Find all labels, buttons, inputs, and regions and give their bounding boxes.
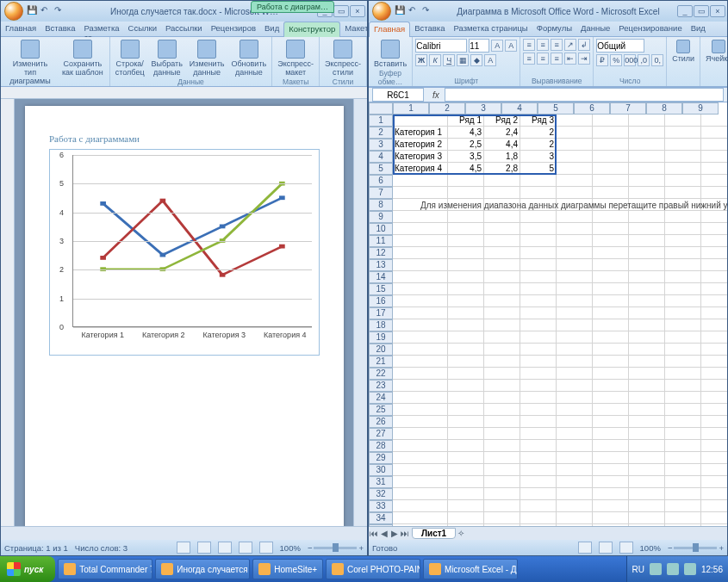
- cell[interactable]: [557, 295, 593, 307]
- shrink-font-icon[interactable]: A: [505, 40, 517, 52]
- cell[interactable]: [701, 440, 727, 452]
- cell[interactable]: 5: [520, 163, 557, 175]
- cell[interactable]: [557, 476, 593, 488]
- cell[interactable]: [629, 404, 665, 416]
- cell[interactable]: [665, 307, 701, 319]
- dec-decimal-icon[interactable]: 0,: [651, 54, 663, 66]
- cell[interactable]: [665, 464, 701, 476]
- cell[interactable]: [520, 331, 557, 344]
- cell[interactable]: [629, 368, 665, 380]
- row-header[interactable]: 21: [369, 356, 393, 368]
- cell[interactable]: [520, 464, 557, 476]
- cell[interactable]: [484, 464, 520, 476]
- cell[interactable]: [701, 512, 727, 524]
- cell[interactable]: [629, 476, 665, 488]
- print-layout-view[interactable]: [177, 542, 190, 554]
- cell[interactable]: [484, 223, 520, 235]
- row-header[interactable]: 31: [369, 476, 393, 488]
- cell[interactable]: [484, 524, 520, 526]
- ribbon-tab[interactable]: Формулы: [532, 22, 576, 36]
- fx-icon[interactable]: fx: [427, 90, 445, 100]
- col-header[interactable]: 2: [429, 102, 465, 115]
- sheet-nav-first[interactable]: ⏮: [369, 529, 379, 538]
- underline-icon[interactable]: Ч: [443, 54, 455, 66]
- cell[interactable]: Категория 4: [393, 163, 448, 175]
- cell[interactable]: [557, 368, 593, 380]
- cell[interactable]: [629, 139, 665, 151]
- tray-icon[interactable]: [667, 563, 679, 575]
- cell[interactable]: [629, 223, 665, 235]
- cell[interactable]: [593, 512, 629, 524]
- cell[interactable]: [393, 404, 448, 416]
- cell[interactable]: [393, 283, 448, 295]
- normal-view[interactable]: [578, 542, 592, 554]
- web-view[interactable]: [218, 542, 232, 554]
- ribbon-button[interactable]: Строка/столбец: [113, 39, 147, 77]
- cell[interactable]: [593, 392, 629, 404]
- row-header[interactable]: 32: [369, 488, 393, 500]
- grow-font-icon[interactable]: A: [491, 40, 503, 52]
- cell[interactable]: [557, 524, 593, 526]
- cell[interactable]: [629, 380, 665, 392]
- cell[interactable]: [557, 512, 593, 524]
- taskbar-button[interactable]: HomeSite+: [252, 559, 323, 579]
- cell[interactable]: [701, 163, 727, 175]
- cell[interactable]: Ряд 2: [484, 115, 520, 127]
- cell[interactable]: [520, 319, 557, 331]
- cell[interactable]: [520, 404, 557, 416]
- cell[interactable]: [448, 428, 484, 440]
- cell[interactable]: [484, 247, 520, 259]
- cell[interactable]: [557, 344, 593, 356]
- cell[interactable]: [665, 524, 701, 526]
- cell[interactable]: [593, 380, 629, 392]
- font-size-input[interactable]: [469, 39, 489, 53]
- cell[interactable]: [593, 319, 629, 331]
- cell[interactable]: [593, 223, 629, 235]
- cell[interactable]: [557, 175, 593, 187]
- sheet-nav-prev[interactable]: ◀: [379, 529, 389, 538]
- cell[interactable]: [701, 464, 727, 476]
- cell[interactable]: [557, 127, 593, 139]
- cell[interactable]: [393, 428, 448, 440]
- cell[interactable]: [701, 175, 727, 187]
- cell[interactable]: [448, 512, 484, 524]
- row-header[interactable]: 20: [369, 344, 393, 356]
- cell[interactable]: [448, 331, 484, 344]
- cell[interactable]: [557, 271, 593, 283]
- cell[interactable]: [393, 307, 448, 319]
- cell[interactable]: [665, 271, 701, 283]
- ribbon-tab[interactable]: Рецензирование: [614, 22, 686, 36]
- cell[interactable]: [701, 115, 727, 127]
- cell[interactable]: [665, 187, 701, 199]
- row-header[interactable]: 35: [369, 524, 393, 526]
- cell[interactable]: [448, 452, 484, 464]
- cell[interactable]: [629, 115, 665, 127]
- cell[interactable]: [701, 235, 727, 247]
- row-header[interactable]: 1: [369, 115, 393, 127]
- sheet-nav-next[interactable]: ▶: [389, 529, 400, 538]
- currency-icon[interactable]: ₽: [596, 54, 608, 66]
- undo-icon[interactable]: ↶: [40, 5, 53, 17]
- ribbon-tab[interactable]: Главная: [1, 22, 40, 36]
- row-header[interactable]: 6: [369, 175, 393, 187]
- cell[interactable]: [393, 464, 448, 476]
- cell[interactable]: [665, 211, 701, 223]
- merge-icon[interactable]: ⇥: [578, 53, 590, 65]
- chart-tools-contextual-tab[interactable]: Работа с диаграм…: [251, 1, 334, 13]
- cell[interactable]: [701, 488, 727, 500]
- styles-button[interactable]: Стили: [669, 39, 697, 64]
- wrap-text-icon[interactable]: ↲: [578, 39, 590, 51]
- cell[interactable]: [448, 392, 484, 404]
- cell[interactable]: [520, 187, 557, 199]
- cell[interactable]: Категория 3: [393, 151, 448, 163]
- ribbon-tab[interactable]: Вставка: [40, 22, 79, 36]
- cell[interactable]: [593, 416, 629, 428]
- cell[interactable]: [448, 259, 484, 271]
- cell[interactable]: [629, 428, 665, 440]
- cell[interactable]: [520, 259, 557, 271]
- spreadsheet-grid[interactable]: 123456789 1Ряд 1Ряд 2Ряд 32Категория 14,…: [369, 102, 727, 540]
- language-indicator[interactable]: RU: [632, 565, 644, 574]
- cell[interactable]: [629, 295, 665, 307]
- cell[interactable]: [593, 452, 629, 464]
- cell[interactable]: [665, 416, 701, 428]
